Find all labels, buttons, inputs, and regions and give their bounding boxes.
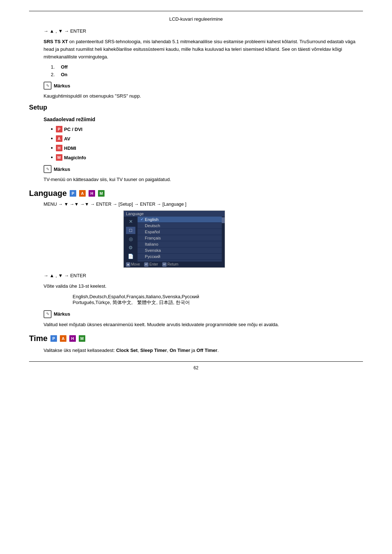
note-label-1: Märkus <box>54 83 70 89</box>
badge-p-time: P <box>50 335 57 342</box>
sidebar-icon-3: ◎ <box>126 235 135 243</box>
mode-pc-dvi: • P PC / DVI <box>51 126 363 132</box>
header-title: LCD-kuvari reguleerimine <box>169 16 222 22</box>
osd-item-espanol: ✔ Español <box>138 229 222 235</box>
note-icon-row-3: ✎ Märkus <box>44 310 363 318</box>
mode-av: • A AV <box>51 135 363 142</box>
languages-line1: English,Deutsch,Español,Français,Italian… <box>73 294 363 299</box>
languages-line2: Português,Türkçe, 简体中文, 繁體中文, 日本語, 한국어 <box>73 299 363 306</box>
sidebar-icon-5: 📄 <box>126 253 135 260</box>
modes-list: • P PC / DVI • A AV • H HDMI • M MagicIn… <box>51 126 363 161</box>
note-block-2: ✎ Märkus TV-menüü on kättesaadav siis, k… <box>44 165 363 184</box>
time-description: Valitakse üks neljast kellaseadest: Cloc… <box>44 347 363 354</box>
osd-body: ✕ □ ◎ ⚙ 📄 ✔ English ✔ Deutsch <box>124 217 225 262</box>
note-label-2: Märkus <box>54 167 70 172</box>
osd-item-francais: ✔ Français <box>138 235 222 241</box>
scroll-thumb <box>222 217 225 223</box>
bottom-rule <box>29 361 363 362</box>
off-on-list: 1. Off 2. On <box>51 64 363 77</box>
osd-item-italiano: ✔ Italiano <box>138 241 222 247</box>
note-block-3: ✎ Märkus Valitud keel mõjutab üksnes ekr… <box>44 310 363 329</box>
osd-enter: ↵ Enter <box>144 262 158 267</box>
badge-m-lang: M <box>98 190 105 197</box>
srs-block: SRS TS XT on patenteeritud SRS-tehnoloog… <box>44 38 363 61</box>
setup-sub-heading: Saadaolevad režiimid <box>44 116 363 122</box>
osd-item-svenska: ✔ Svenska <box>138 247 222 254</box>
badge-p-lang: P <box>70 190 76 197</box>
note-text-2: TV-menüü on kättesaadav siis, kui TV tuu… <box>44 176 363 184</box>
note-icon-1: ✎ <box>44 82 52 90</box>
time-section: Time P A H M Valitakse üks neljast kella… <box>29 334 363 354</box>
mode-hdmi: • H HDMI <box>51 145 363 151</box>
note-text-1: Kaugjuhtimispuldil on otsenupuks "SRS" n… <box>44 93 363 100</box>
osd-screenshot: Language ✕ □ ◎ ⚙ 📄 ✔ English <box>123 210 225 268</box>
note-icon-row-2: ✎ Märkus <box>44 165 363 173</box>
srs-text: SRS TS XT on patenteeritud SRS-tehnoloog… <box>44 38 363 61</box>
page-number: 62 <box>193 365 198 370</box>
arrow-line-intro: → ▲ , ▼ → ENTER <box>44 28 363 34</box>
note-icon-3: ✎ <box>44 310 52 318</box>
sidebar-icon-4: ⚙ <box>126 244 135 251</box>
time-heading: Time P A H M <box>29 334 363 343</box>
setup-section: Setup Saadaolevad režiimid • P PC / DVI … <box>29 104 363 184</box>
note-text-3: Valitud keel mõjutab üksnes ekraanimenüü… <box>44 321 363 329</box>
setup-heading: Setup <box>29 104 363 111</box>
osd-list: ✔ English ✔ Deutsch ✔ Español ✔ <box>138 217 222 262</box>
osd-item-english: ✔ English <box>138 217 222 223</box>
top-rule <box>29 11 363 11</box>
badge-h-lang: H <box>89 190 95 197</box>
osd-sidebar: ✕ □ ◎ ⚙ 📄 <box>124 217 138 262</box>
icon-m: M <box>56 154 62 161</box>
language-menu-path: MENU → ▼ →▼ →▼ → ENTER → [Setup] → ENTER… <box>44 202 363 207</box>
badge-h-time: H <box>69 335 76 342</box>
badge-a-lang: A <box>79 190 86 197</box>
osd-move: ▲ Move <box>126 262 140 267</box>
note-icon-row-1: ✎ Märkus <box>44 82 363 90</box>
arrow-line-language: → ▲ , ▼ → ENTER <box>44 273 363 278</box>
language-section: Language P A H M MENU → ▼ →▼ →▼ → ENTER … <box>29 189 363 329</box>
icon-a: A <box>56 135 62 142</box>
icon-p: P <box>56 126 62 132</box>
note-icon-2: ✎ <box>44 165 52 173</box>
badge-a-time: A <box>60 335 66 342</box>
language-heading: Language P A H M <box>29 189 363 198</box>
list-item-on: 2. On <box>51 72 363 77</box>
page-header: LCD-kuvari reguleerimine <box>29 16 363 22</box>
page-footer: 62 <box>29 365 363 370</box>
osd-bottom-bar: ▲ Move ↵ Enter ↩ Return <box>124 262 225 267</box>
osd-return: ↩ Return <box>162 262 178 267</box>
page-wrapper: LCD-kuvari reguleerimine → ▲ , ▼ → ENTER… <box>0 0 392 554</box>
osd-menu: Language ✕ □ ◎ ⚙ 📄 ✔ English <box>123 210 225 268</box>
list-item-off: 1. Off <box>51 64 363 70</box>
osd-item-deutsch: ✔ Deutsch <box>138 223 222 229</box>
icon-h: H <box>56 145 62 151</box>
mode-magicinfo: • M MagicInfo <box>51 154 363 161</box>
languages-display: English,Deutsch,Español,Français,Italian… <box>73 294 363 306</box>
language-description: Võite valida ühe 13-st keelest. <box>44 283 363 290</box>
osd-item-russian: ✔ Русский <box>138 254 222 260</box>
osd-title: Language <box>124 211 225 217</box>
badge-m-time: M <box>79 335 85 342</box>
note-block-1: ✎ Märkus Kaugjuhtimispuldil on otsenupuk… <box>44 82 363 100</box>
sidebar-icon-1: ✕ <box>126 218 135 225</box>
sidebar-icon-2: □ <box>126 227 135 234</box>
osd-scrollbar <box>222 217 225 262</box>
note-label-3: Märkus <box>54 311 70 317</box>
